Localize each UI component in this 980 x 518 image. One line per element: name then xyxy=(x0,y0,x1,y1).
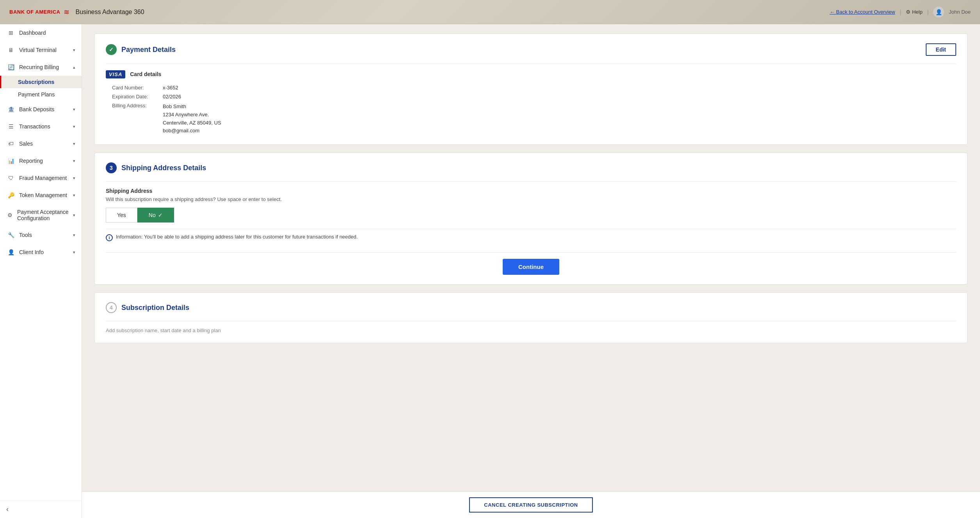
logo: BANK OF AMERICA ≋ xyxy=(9,8,69,16)
main-content: ✓ Payment Details Edit VISA Card details… xyxy=(82,24,980,518)
sidebar-label-token: Token Management xyxy=(19,192,67,198)
card-divider xyxy=(106,64,956,64)
logo-text: BANK OF AMERICA xyxy=(9,9,60,15)
subscription-details-card: 4 Subscription Details Add subscription … xyxy=(94,292,968,343)
sidebar-label-tools: Tools xyxy=(19,232,32,238)
header-divider-2: | xyxy=(927,9,929,15)
sidebar-item-client-info[interactable]: 👤 Client Info ▾ xyxy=(0,244,82,261)
sidebar-label-dashboard: Dashboard xyxy=(19,30,46,36)
chevron-down-icon: ▾ xyxy=(73,158,75,164)
shipping-no-button[interactable]: No ✓ xyxy=(137,208,174,223)
shield-icon: 🛡 xyxy=(7,174,14,182)
chevron-down-icon: ▾ xyxy=(73,141,75,146)
sidebar-item-reporting[interactable]: 📊 Reporting ▾ xyxy=(0,152,82,169)
sidebar: ⊞ Dashboard 🖥 Virtual Terminal ▾ 🔄 Recur… xyxy=(0,24,82,518)
visa-badge: VISA xyxy=(106,70,125,78)
header: BANK OF AMERICA ≋ Business Advantage 360… xyxy=(0,0,980,24)
sidebar-label-recurring-billing: Recurring Billing xyxy=(19,64,59,70)
step-4-circle: 4 xyxy=(106,302,117,313)
shipping-divider xyxy=(106,181,956,182)
sidebar-label-reporting: Reporting xyxy=(19,158,43,164)
help-button[interactable]: ⚙ Help xyxy=(906,9,923,15)
shipping-description: Will this subscription require a shippin… xyxy=(106,196,956,202)
header-right: ← Back to Account Overview | ⚙ Help | 👤 … xyxy=(830,7,971,18)
shipping-toggle-group: Yes No ✓ xyxy=(106,208,956,223)
shipping-card-title: 3 Shipping Address Details xyxy=(106,162,206,173)
info-text: Information: You'll be able to add a shi… xyxy=(116,234,358,240)
sidebar-label-transactions: Transactions xyxy=(19,123,50,130)
chevron-down-icon: ▾ xyxy=(73,176,75,181)
user-name: John Doe xyxy=(949,9,971,15)
list-icon: ☰ xyxy=(7,123,14,130)
sidebar-sub-subscriptions[interactable]: Subscriptions xyxy=(0,76,82,88)
payment-details-card: ✓ Payment Details Edit VISA Card details… xyxy=(94,34,968,145)
sidebar-item-token-management[interactable]: 🔑 Token Management ▾ xyxy=(0,187,82,204)
continue-button[interactable]: Continue xyxy=(503,259,559,275)
billing-email: bob@gmail.com xyxy=(163,127,956,135)
info-box: i Information: You'll be able to add a s… xyxy=(106,229,956,246)
sub-details-divider xyxy=(106,321,956,321)
wrench-icon: 🔧 xyxy=(7,231,14,239)
header-divider: | xyxy=(900,9,901,15)
sidebar-item-bank-deposits[interactable]: 🏦 Bank Deposits ▾ xyxy=(0,101,82,118)
cancel-creating-subscription-button[interactable]: CANCEL CREATING SUBSCRIPTION xyxy=(469,497,592,513)
sidebar-item-fraud-management[interactable]: 🛡 Fraud Management ▾ xyxy=(0,169,82,187)
tag-icon: 🏷 xyxy=(7,140,14,147)
info-icon: i xyxy=(106,234,113,241)
sidebar-label-client-info: Client Info xyxy=(19,249,44,255)
checkmark-icon: ✓ xyxy=(158,212,163,218)
card-number-key: Card Number: xyxy=(112,85,163,91)
sidebar-label-payment-acceptance: Payment Acceptance Configuration xyxy=(17,209,73,221)
sub-details-header: 4 Subscription Details xyxy=(106,302,956,313)
billing-address-key: Billing Address: xyxy=(112,103,163,135)
grid-icon: ⊞ xyxy=(7,29,14,36)
shipping-yes-button[interactable]: Yes xyxy=(106,208,137,223)
sub-details-hint: Add subscription name, start date and a … xyxy=(106,328,956,333)
header-left: BANK OF AMERICA ≋ Business Advantage 360 xyxy=(9,8,144,16)
step-completed-icon: ✓ xyxy=(106,44,117,55)
expiration-key: Expiration Date: xyxy=(112,94,163,100)
chart-icon: 📊 xyxy=(7,157,14,164)
sidebar-collapse-button[interactable]: ‹ xyxy=(0,500,82,518)
bank-icon: 🏦 xyxy=(7,106,14,113)
sidebar-item-transactions[interactable]: ☰ Transactions ▾ xyxy=(0,118,82,135)
billing-name: Bob Smith xyxy=(163,103,956,111)
sidebar-item-tools[interactable]: 🔧 Tools ▾ xyxy=(0,226,82,244)
chevron-down-icon: ▾ xyxy=(73,213,75,218)
chevron-down-icon: ▾ xyxy=(73,48,75,53)
expiration-value: 02/2026 xyxy=(163,94,956,100)
sidebar-label-bank-deposits: Bank Deposits xyxy=(19,106,54,112)
sidebar-item-sales[interactable]: 🏷 Sales ▾ xyxy=(0,135,82,152)
chevron-down-icon: ▾ xyxy=(73,250,75,255)
sidebar-sub-payment-plans[interactable]: Payment Plans xyxy=(0,88,82,101)
settings-icon: ⚙ xyxy=(7,212,12,219)
chevron-down-icon: ▾ xyxy=(73,107,75,112)
logo-waves-icon: ≋ xyxy=(64,8,69,16)
payment-details-header: ✓ Payment Details Edit xyxy=(106,43,956,56)
sidebar-label-sales: Sales xyxy=(19,141,33,147)
payment-details-title: ✓ Payment Details xyxy=(106,44,176,55)
help-icon: ⚙ xyxy=(906,9,911,15)
token-icon: 🔑 xyxy=(7,192,14,199)
edit-button[interactable]: Edit xyxy=(926,43,956,56)
sidebar-item-payment-acceptance[interactable]: ⚙ Payment Acceptance Configuration ▾ xyxy=(0,204,82,226)
shipping-divider-2 xyxy=(106,252,956,253)
card-details-grid: Card Number: x-3652 Expiration Date: 02/… xyxy=(106,85,956,135)
shipping-address-card: 3 Shipping Address Details Shipping Addr… xyxy=(94,153,968,285)
sidebar-item-recurring-billing[interactable]: 🔄 Recurring Billing ▴ xyxy=(0,59,82,76)
user-avatar[interactable]: 👤 xyxy=(933,7,944,18)
billing-street: 1234 Anywhere Ave. xyxy=(163,111,956,119)
sidebar-label-virtual-terminal: Virtual Terminal xyxy=(19,47,57,53)
chevron-up-icon: ▴ xyxy=(73,65,75,70)
shipping-card-header: 3 Shipping Address Details xyxy=(106,162,956,173)
monitor-icon: 🖥 xyxy=(7,46,14,53)
chevron-down-icon: ▾ xyxy=(73,233,75,238)
billing-city: Centerville, AZ 85049, US xyxy=(163,119,956,127)
app-name: Business Advantage 360 xyxy=(76,9,144,16)
sidebar-item-dashboard[interactable]: ⊞ Dashboard xyxy=(0,24,82,41)
user-icon-symbol: 👤 xyxy=(936,9,942,15)
visa-section: VISA Card details xyxy=(106,70,956,78)
sidebar-item-virtual-terminal[interactable]: 🖥 Virtual Terminal ▾ xyxy=(0,41,82,59)
sub-details-title: 4 Subscription Details xyxy=(106,302,189,313)
back-link[interactable]: ← Back to Account Overview xyxy=(830,9,895,15)
